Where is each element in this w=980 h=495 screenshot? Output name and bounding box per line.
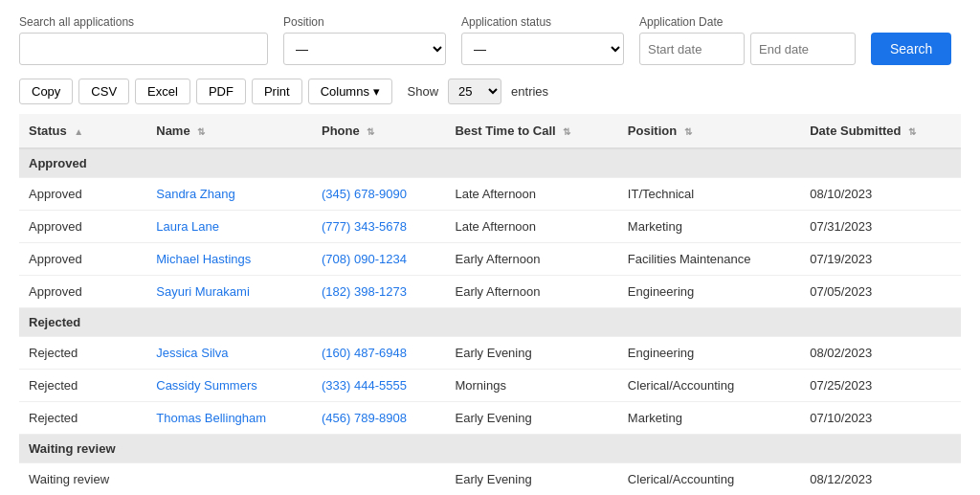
- cell-position: Facilities Maintenance: [618, 243, 800, 276]
- phone-link[interactable]: (456) 789-8908: [322, 411, 407, 425]
- search-button[interactable]: Search: [871, 33, 951, 65]
- phone-link[interactable]: (708) 090-1234: [322, 252, 407, 266]
- position-select[interactable]: —: [283, 33, 446, 65]
- col-position[interactable]: Position ⇅: [618, 114, 800, 148]
- status-group: Application status —: [461, 15, 624, 65]
- status-select[interactable]: —: [461, 33, 624, 65]
- cell-date: 07/25/2023: [800, 370, 961, 402]
- cell-status: Rejected: [19, 337, 146, 370]
- applicant-name-link[interactable]: Michael Hastings: [156, 252, 251, 266]
- group-header-cell: Approved: [19, 148, 961, 178]
- cell-phone: (708) 090-1234: [312, 243, 445, 276]
- position-label: Position: [283, 15, 446, 29]
- cell-best-time: Early Evening: [445, 337, 617, 370]
- phone-link[interactable]: (182) 398-1273: [322, 284, 407, 299]
- cell-status: Rejected: [19, 370, 146, 402]
- cell-status: Approved: [19, 211, 146, 243]
- columns-button[interactable]: Columns ▾: [308, 79, 392, 104]
- filter-bar: Search all applications Position — Appli…: [19, 15, 961, 65]
- table-row: Waiting reviewEarly EveningClerical/Acco…: [19, 463, 961, 496]
- date-range: [639, 33, 856, 65]
- applicant-name-link[interactable]: Laura Lane: [156, 219, 219, 234]
- cell-best-time: Mornings: [445, 370, 617, 402]
- group-header: Rejected: [19, 308, 961, 337]
- cell-position: Clerical/Accounting: [618, 370, 800, 402]
- position-group: Position —: [283, 15, 446, 65]
- cell-phone: (182) 398-1273: [312, 276, 445, 308]
- phone-link[interactable]: (333) 444-5555: [322, 378, 407, 393]
- group-header: Waiting review: [19, 435, 961, 463]
- cell-date: 08/12/2023: [800, 463, 961, 496]
- cell-position: Marketing: [618, 402, 800, 435]
- sort-icon-status: ▲: [74, 126, 83, 137]
- group-header-cell: Rejected: [19, 308, 961, 337]
- cell-phone: (456) 789-8908: [312, 402, 445, 435]
- start-date-input[interactable]: [639, 33, 745, 65]
- table-row: ApprovedSandra Zhang(345) 678-9090Late A…: [19, 178, 961, 211]
- cell-best-time: Early Afternoon: [445, 276, 617, 308]
- status-label: Application status: [461, 15, 624, 29]
- cell-position: Engineering: [618, 276, 800, 308]
- group-header: Approved: [19, 148, 961, 178]
- col-date-submitted[interactable]: Date Submitted ⇅: [800, 114, 961, 148]
- cell-name: Sayuri Murakami: [146, 276, 312, 308]
- cell-name: Laura Lane: [146, 211, 312, 243]
- sort-icon-position: ⇅: [684, 126, 692, 137]
- col-phone[interactable]: Phone ⇅: [312, 114, 445, 148]
- table-row: ApprovedLaura Lane(777) 343-5678Late Aft…: [19, 211, 961, 243]
- sort-icon-best-time: ⇅: [563, 126, 570, 137]
- search-group: Search all applications: [19, 15, 268, 65]
- phone-link[interactable]: (777) 343-5678: [322, 219, 407, 234]
- cell-best-time: Late Afternoon: [445, 211, 617, 243]
- cell-status: Waiting review: [19, 463, 146, 496]
- applicant-name-link[interactable]: Jessica Silva: [156, 346, 228, 360]
- applicant-name-link[interactable]: Sandra Zhang: [156, 187, 234, 201]
- cell-status: Approved: [19, 243, 146, 276]
- cell-best-time: Early Evening: [445, 402, 617, 435]
- cell-name: [146, 463, 312, 496]
- cell-phone: (160) 487-6948: [312, 337, 445, 370]
- phone-link[interactable]: (160) 487-6948: [322, 346, 407, 360]
- cell-phone: (777) 343-5678: [312, 211, 445, 243]
- table-row: RejectedCassidy Summers(333) 444-5555Mor…: [19, 370, 961, 402]
- cell-date: 07/10/2023: [800, 402, 961, 435]
- date-group: Application Date: [639, 15, 856, 65]
- cell-date: 07/31/2023: [800, 211, 961, 243]
- cell-name: Jessica Silva: [146, 337, 312, 370]
- table-row: ApprovedMichael Hastings(708) 090-1234Ea…: [19, 243, 961, 276]
- excel-button[interactable]: Excel: [135, 79, 190, 104]
- col-name[interactable]: Name ⇅: [146, 114, 312, 148]
- cell-position: Engineering: [618, 337, 800, 370]
- cell-name: Sandra Zhang: [146, 178, 312, 211]
- cell-status: Approved: [19, 276, 146, 308]
- csv-button[interactable]: CSV: [78, 79, 129, 104]
- table-wrap: Status ▲ Name ⇅ Phone ⇅ Best Time to Cal…: [19, 114, 961, 495]
- cell-name: Cassidy Summers: [146, 370, 312, 402]
- print-button[interactable]: Print: [252, 79, 302, 104]
- applicant-name-link[interactable]: Cassidy Summers: [156, 378, 256, 393]
- cell-date: 08/02/2023: [800, 337, 961, 370]
- group-header-cell: Waiting review: [19, 435, 961, 463]
- cell-phone: [312, 463, 445, 496]
- phone-link[interactable]: (345) 678-9090: [322, 187, 407, 201]
- cell-position: Marketing: [618, 211, 800, 243]
- cell-date: 07/05/2023: [800, 276, 961, 308]
- col-status[interactable]: Status ▲: [19, 114, 146, 148]
- search-input[interactable]: [19, 33, 268, 65]
- show-label: Show: [408, 84, 439, 99]
- end-date-input[interactable]: [750, 33, 856, 65]
- cell-date: 07/19/2023: [800, 243, 961, 276]
- applicant-name-link[interactable]: Sayuri Murakami: [156, 284, 250, 299]
- table-row: ApprovedSayuri Murakami(182) 398-1273Ear…: [19, 276, 961, 308]
- applicant-name-link[interactable]: Thomas Bellingham: [156, 411, 266, 425]
- cell-status: Rejected: [19, 402, 146, 435]
- show-select[interactable]: 25 10 50 100: [448, 79, 501, 104]
- copy-button[interactable]: Copy: [19, 79, 73, 104]
- search-label: Search all applications: [19, 15, 268, 29]
- page-container: Search all applications Position — Appli…: [0, 0, 980, 495]
- table-row: RejectedThomas Bellingham(456) 789-8908E…: [19, 402, 961, 435]
- cell-name: Michael Hastings: [146, 243, 312, 276]
- col-best-time[interactable]: Best Time to Call ⇅: [445, 114, 617, 148]
- sort-icon-name: ⇅: [197, 126, 205, 137]
- pdf-button[interactable]: PDF: [196, 79, 246, 104]
